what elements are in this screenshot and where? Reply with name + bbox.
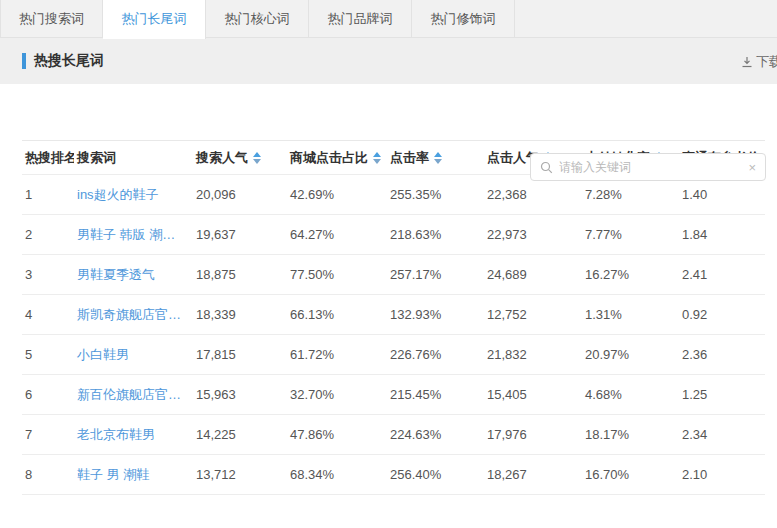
keyword-search-box[interactable]: × [530, 153, 766, 181]
ztc-price-cell: 2.36 [679, 347, 762, 362]
click-popularity-cell: 18,267 [484, 467, 582, 482]
keyword-link[interactable]: 老北京布鞋男 [74, 426, 193, 444]
table-row: 6 新百伦旗舰店官方正品 15,963 32.70% 215.45% 15,40… [22, 375, 765, 415]
rank-cell: 8 [22, 467, 74, 482]
column-header[interactable]: 搜索人气 [193, 149, 287, 167]
keyword-link[interactable]: 鞋子 男 潮鞋 [74, 466, 193, 484]
pay-conversion-cell: 1.31% [582, 307, 679, 322]
keyword-link[interactable]: 男鞋子 韩版 潮流 英... [74, 226, 193, 244]
search-popularity-cell: 15,963 [193, 387, 287, 402]
page-title: 热搜长尾词 [22, 52, 104, 70]
mall-click-ratio-cell: 66.13% [287, 307, 387, 322]
table-row: 8 鞋子 男 潮鞋 13,712 68.34% 256.40% 18,267 1… [22, 455, 765, 495]
tab-5[interactable]: 热门修饰词 [412, 0, 515, 38]
sort-icon[interactable] [434, 152, 442, 164]
click-rate-cell: 132.93% [387, 307, 484, 322]
column-header[interactable]: 商城点击占比 [287, 149, 387, 167]
keyword-link[interactable]: 新百伦旗舰店官方正品 [74, 386, 193, 404]
pay-conversion-cell: 20.97% [582, 347, 679, 362]
pay-conversion-cell: 7.28% [582, 187, 679, 202]
table-row: 1 ins超火的鞋子 20,096 42.69% 255.35% 22,368 … [22, 175, 765, 215]
pay-conversion-cell: 7.77% [582, 227, 679, 242]
title-accent-bar [22, 53, 26, 69]
download-button[interactable]: 下载 [741, 53, 777, 71]
rank-cell: 2 [22, 227, 74, 242]
column-header[interactable]: 热搜排名 [22, 149, 74, 167]
column-header-label: 商城点击占比 [290, 149, 368, 167]
click-rate-cell: 255.35% [387, 187, 484, 202]
mall-click-ratio-cell: 47.86% [287, 427, 387, 442]
keyword-link[interactable]: 男鞋夏季透气 [74, 266, 193, 284]
rank-cell: 3 [22, 267, 74, 282]
column-header[interactable]: 搜索词 [74, 149, 193, 167]
rank-cell: 1 [22, 187, 74, 202]
table-body: 1 ins超火的鞋子 20,096 42.69% 255.35% 22,368 … [22, 175, 765, 495]
search-icon [540, 161, 553, 174]
sort-icon[interactable] [373, 152, 381, 164]
click-rate-cell: 256.40% [387, 467, 484, 482]
column-header[interactable]: 点击率 [387, 149, 484, 167]
search-popularity-cell: 18,875 [193, 267, 287, 282]
table-row: 4 斯凯奇旗舰店官方旗舰 18,339 66.13% 132.93% 12,75… [22, 295, 765, 335]
clear-search-icon[interactable]: × [742, 161, 756, 174]
keyword-link[interactable]: 斯凯奇旗舰店官方旗舰 [74, 306, 193, 324]
mall-click-ratio-cell: 77.50% [287, 267, 387, 282]
tab-3[interactable]: 热门核心词 [206, 0, 309, 38]
ztc-price-cell: 1.25 [679, 387, 762, 402]
search-popularity-cell: 17,815 [193, 347, 287, 362]
column-header-label: 搜索词 [77, 149, 116, 167]
search-popularity-cell: 18,339 [193, 307, 287, 322]
keyword-link[interactable]: ins超火的鞋子 [74, 186, 193, 204]
click-rate-cell: 226.76% [387, 347, 484, 362]
tab-4[interactable]: 热门品牌词 [309, 0, 412, 38]
rank-cell: 5 [22, 347, 74, 362]
click-popularity-cell: 17,976 [484, 427, 582, 442]
click-popularity-cell: 24,689 [484, 267, 582, 282]
tab-2[interactable]: 热门长尾词 [103, 0, 206, 39]
click-popularity-cell: 22,368 [484, 187, 582, 202]
column-header-label: 热搜排名 [25, 149, 74, 167]
ztc-price-cell: 2.10 [679, 467, 762, 482]
tab-bar: 热门搜索词热门长尾词热门核心词热门品牌词热门修饰词 [0, 0, 777, 38]
table-row: 3 男鞋夏季透气 18,875 77.50% 257.17% 24,689 16… [22, 255, 765, 295]
tab-1[interactable]: 热门搜索词 [0, 0, 103, 38]
main-content: × 热搜排名 搜索词 搜索人气 商城点击占比 点击率 点击人气 支付转化率 直通… [0, 140, 777, 528]
pay-conversion-cell: 16.27% [582, 267, 679, 282]
rank-cell: 6 [22, 387, 74, 402]
pay-conversion-cell: 18.17% [582, 427, 679, 442]
ztc-price-cell: 2.41 [679, 267, 762, 282]
sort-icon[interactable] [253, 152, 261, 164]
section-header: 热搜长尾词 下载 [0, 38, 777, 84]
column-header-label: 搜索人气 [196, 149, 248, 167]
click-rate-cell: 215.45% [387, 387, 484, 402]
click-rate-cell: 257.17% [387, 267, 484, 282]
hot-keywords-table: 热搜排名 搜索词 搜索人气 商城点击占比 点击率 点击人气 支付转化率 直通车参… [22, 140, 765, 495]
ztc-price-cell: 1.84 [679, 227, 762, 242]
column-header-label: 点击率 [390, 149, 429, 167]
click-rate-cell: 224.63% [387, 427, 484, 442]
ztc-price-cell: 2.34 [679, 427, 762, 442]
mall-click-ratio-cell: 61.72% [287, 347, 387, 362]
search-popularity-cell: 19,637 [193, 227, 287, 242]
search-input[interactable] [559, 160, 742, 174]
page-title-text: 热搜长尾词 [34, 52, 104, 70]
search-popularity-cell: 14,225 [193, 427, 287, 442]
table-row: 7 老北京布鞋男 14,225 47.86% 224.63% 17,976 18… [22, 415, 765, 455]
rank-cell: 4 [22, 307, 74, 322]
mall-click-ratio-cell: 68.34% [287, 467, 387, 482]
click-rate-cell: 218.63% [387, 227, 484, 242]
click-popularity-cell: 15,405 [484, 387, 582, 402]
ztc-price-cell: 1.40 [679, 187, 762, 202]
mall-click-ratio-cell: 64.27% [287, 227, 387, 242]
mall-click-ratio-cell: 42.69% [287, 187, 387, 202]
pay-conversion-cell: 4.68% [582, 387, 679, 402]
search-popularity-cell: 20,096 [193, 187, 287, 202]
table-row: 5 小白鞋男 17,815 61.72% 226.76% 21,832 20.9… [22, 335, 765, 375]
ztc-price-cell: 0.92 [679, 307, 762, 322]
rank-cell: 7 [22, 427, 74, 442]
keyword-link[interactable]: 小白鞋男 [74, 346, 193, 364]
download-icon [741, 56, 753, 68]
table-row: 2 男鞋子 韩版 潮流 英... 19,637 64.27% 218.63% 2… [22, 215, 765, 255]
pay-conversion-cell: 16.70% [582, 467, 679, 482]
mall-click-ratio-cell: 32.70% [287, 387, 387, 402]
